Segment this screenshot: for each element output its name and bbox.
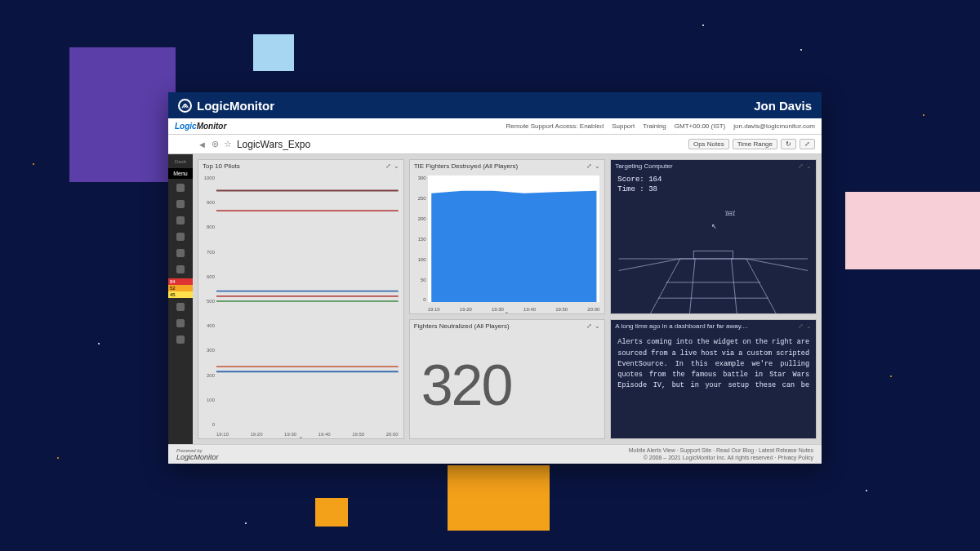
widget-title: Targeting Computer [615,162,672,170]
training-link[interactable]: Training [643,122,666,130]
support-link[interactable]: Support [612,122,635,130]
svg-rect-12 [694,251,733,259]
expand-icon[interactable]: ⤢ [586,322,592,330]
chevron-down-icon[interactable]: ⌄ [394,162,399,170]
svg-marker-0 [431,191,596,303]
chart3-x-axis: 19:1019:2019:3019:4019:5020:00 [216,432,399,437]
logs-icon [176,216,185,224]
footer: Powered by LogicMonitor Mobile Alerts Vi… [168,444,822,464]
user-menu[interactable]: jon.davis@logicmonitor.com [733,122,815,130]
expand-icon[interactable]: ⤢ [385,162,391,170]
sidebar-item-logs[interactable] [168,213,193,228]
product-logo[interactable]: LogicMonitor [175,122,226,131]
app-window: ⩕ LogicMonitor Jon Davis LogicMonitor Re… [168,92,822,464]
alert-critical-count: 84 [168,278,193,285]
expand-icon[interactable]: ⤢ [798,322,804,330]
widget-title: Top 10 Pilots [203,162,240,170]
expand-icon[interactable]: ⤢ [798,162,804,170]
widget-title: A long time ago in a dashboard far far a… [615,322,748,330]
sidebar-item-resources[interactable] [168,197,193,211]
decorative-block [448,465,550,531]
ops-notes-button[interactable]: Ops Notes [688,139,729,149]
alerts-icon [176,265,185,273]
chevron-down-icon[interactable]: ⌄ [595,322,600,330]
svg-line-5 [732,259,737,313]
breadcrumb-bar: ◄ ⊚ ☆ LogicWars_Expo Ops Notes Time Rang… [168,135,822,154]
back-icon[interactable]: ◄ [198,140,207,149]
tie-fighter-icon: ⟟⊟⟟ [725,209,735,217]
chart3-y-axis: 10009008007006005004003002001000 [200,176,215,427]
widget-fighters-neutralized: Fighters Neutralized (All Players) ⤢⌄ 32… [409,319,606,439]
widget-tie-destroyed: TIE Fighters Destroyed (All Players) ⤢⌄ … [409,159,606,314]
decorative-block [315,498,348,527]
widget-expand-caret[interactable]: ⌄ [298,433,304,438]
dashboard-title: LogicWars_Expo [237,139,310,150]
expand-icon[interactable]: ⤢ [586,162,592,170]
chart1-plot[interactable] [428,176,600,302]
reports-icon [176,303,185,311]
chevron-down-icon[interactable]: ⌄ [806,322,812,330]
time-range-button[interactable]: Time Range [733,139,777,149]
footer-links[interactable]: Mobile Alerts View · Support Site · Read… [629,447,813,454]
sidebar-item-alerts[interactable] [168,262,193,277]
sidebar-tab-dash[interactable]: Dash [168,157,193,167]
exchange-icon [176,319,185,327]
sidebar: Dash Menu 84 52 45 [168,154,193,444]
sidebar-item-settings[interactable] [168,332,193,347]
resources-icon [176,200,185,208]
widget-expand-caret[interactable]: ⌄ [504,308,510,313]
timezone[interactable]: GMT+00:00 (IST) [675,122,725,130]
settings-icon [176,335,185,344]
crawl-text: Alerts coming into the widget on the rig… [617,337,809,433]
cursor-icon: ↖ [712,223,718,230]
footer-copyright: © 2008 – 2021 LogicMonitor Inc. All righ… [629,455,813,461]
top-nav: LogicMonitor Remote Support Access: Enab… [168,118,822,135]
alert-counts[interactable]: 84 52 45 [168,278,193,298]
brand-text: LogicMonitor [197,99,274,113]
alert-warn-count: 45 [168,291,193,298]
sidebar-item-dashboards[interactable] [168,180,193,195]
widget-title: Fighters Neutralized (All Players) [414,322,510,330]
decorative-block [253,34,294,71]
decorative-block [69,47,176,182]
sidebar-item-reports[interactable] [168,300,193,314]
decorative-block [845,192,980,269]
mapping-icon [176,249,185,257]
fullscreen-button[interactable]: ⤢ [800,139,815,149]
chart1-x-axis: 19:1019:2019:3019:4019:5020:00 [428,307,600,312]
websites-icon [176,233,185,241]
brand-logo: ⩕ LogicMonitor [178,99,274,113]
sidebar-tab-menu[interactable]: Menu [168,168,193,179]
footer-brand: LogicMonitor [176,453,219,461]
titlebar: ⩕ LogicMonitor Jon Davis [168,92,822,118]
chart3-plot[interactable] [216,176,399,427]
presenter-name: Jon Davis [754,99,812,113]
chart1-y-axis: 300250200150100500 [412,176,426,302]
svg-line-3 [746,259,777,313]
svg-line-4 [690,259,696,313]
widget-targeting-computer: Targeting Computer ⤢⌄ Score: 164 Time : … [610,159,817,314]
widget-crawl-text: A long time ago in a dashboard far far a… [610,319,817,439]
sidebar-item-websites[interactable] [168,229,193,244]
targeting-canvas[interactable]: ⟟⊟⟟ ↖ [611,172,816,313]
globe-icon[interactable]: ⊚ [212,139,219,149]
svg-line-10 [619,259,680,270]
svg-line-11 [746,259,808,270]
refresh-button[interactable]: ↻ [781,139,796,149]
dashboard-grid: TIE Fighters Destroyed (All Players) ⤢⌄ … [193,154,822,444]
brand-icon: ⩕ [178,99,192,113]
widget-title: TIE Fighters Destroyed (All Players) [414,162,519,170]
svg-line-2 [651,259,681,313]
big-number-value: 320 [410,332,605,438]
remote-support-status[interactable]: Remote Support Access: Enabled [506,122,604,130]
dashboards-icon [176,184,185,192]
alert-error-count: 52 [168,285,193,291]
sidebar-item-mapping[interactable] [168,246,193,260]
star-icon[interactable]: ☆ [224,139,232,149]
chevron-down-icon[interactable]: ⌄ [806,162,812,170]
sidebar-item-exchange[interactable] [168,316,193,331]
widget-top-pilots: Top 10 Pilots ⤢⌄ 10009008007006005004003… [198,159,404,439]
chevron-down-icon[interactable]: ⌄ [595,162,600,170]
